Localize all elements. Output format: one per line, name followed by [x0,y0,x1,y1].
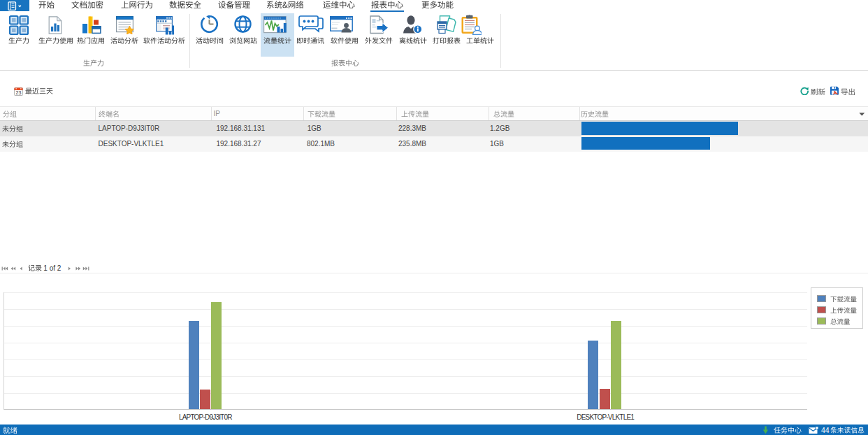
svg-text:23: 23 [16,90,22,95]
